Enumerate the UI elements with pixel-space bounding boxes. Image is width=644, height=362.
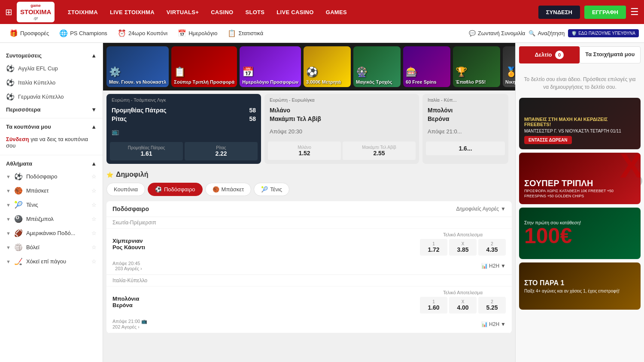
betslip-tab-my-bets[interactable]: Τα Στοιχήματά μου bbox=[580, 46, 641, 63]
markets-link-2[interactable]: 202 Αγορές › bbox=[112, 324, 147, 329]
banner-ps5[interactable]: 🏆 Έπαθλο PS5! bbox=[453, 46, 500, 87]
sport-block-football: Ποδόσφαιρο Δημοφιλείς Αγορές ▼ Σκωτία-Πρ… bbox=[106, 201, 512, 333]
coupons-header[interactable]: Τα κουπόνια μου ▲ bbox=[0, 121, 103, 133]
tab-basketball[interactable]: 🏀 Μπάσκετ bbox=[205, 183, 252, 196]
promo-card-1[interactable]: ΜΠΑΙΝΕΙΣ ΣΤΗ ΜΑΧΗ ΚΑΙ ΚΕΡΔΙΖΕΙΣ FREEBETS… bbox=[519, 98, 641, 149]
banner-magic-wheel[interactable]: 🎡 Μαγικός Τροχός bbox=[353, 46, 401, 87]
hamburger-icon[interactable]: ☰ bbox=[630, 6, 639, 18]
volleyball-star[interactable]: ☆ bbox=[91, 244, 97, 250]
search-button[interactable]: 🔍 Αναζήτηση bbox=[529, 30, 565, 36]
live-chat-label: Ζωντανή Συνομιλία bbox=[478, 30, 526, 36]
markets-link-1[interactable]: 203 Αγορές › bbox=[112, 266, 142, 271]
sports-header[interactable]: Αθλήματα ▲ bbox=[0, 158, 103, 169]
shortcuts-header[interactable]: Συντομεύσεις ▲ bbox=[0, 50, 103, 61]
tab-football[interactable]: ⚽ Ποδόσφαιρο bbox=[148, 183, 203, 196]
football-star[interactable]: ☆ bbox=[91, 173, 97, 180]
banner-ps-champions[interactable]: ⚙️ Μαν. Γιουν. vs Νιούκαστλ bbox=[106, 46, 169, 87]
nav-games[interactable]: GAMES bbox=[322, 6, 351, 18]
match-team2-1: Ρος Κάουντι bbox=[112, 244, 416, 250]
nav-virtuals[interactable]: VIRTUALS+ bbox=[162, 6, 203, 18]
login-button[interactable]: ΣΥΝΔΕΣΗ bbox=[538, 6, 580, 19]
logo[interactable]: game STOIXIMA .gr bbox=[17, 2, 55, 22]
responsible-icon: 🛡️ bbox=[571, 31, 577, 36]
nav-statistics[interactable]: 📋 Στατιστικά bbox=[223, 27, 267, 40]
coupons-login-link[interactable]: Σύνδεση bbox=[6, 136, 29, 142]
sidebar-item-italy-cup[interactable]: ⚽ Ιταλία Κύπελλο bbox=[0, 75, 103, 90]
nav-slots[interactable]: SLOTS bbox=[241, 6, 269, 18]
match2-odd2[interactable]: Μακάμπι Τελ Αβίβ 2.55 bbox=[343, 142, 416, 160]
banner-cash[interactable]: ⚽ 3.000€ Μετρητά bbox=[304, 46, 351, 87]
odd-2-2[interactable]: 2 5.25 bbox=[478, 297, 506, 314]
league-row-italy: Ιταλία-Κύπελλο bbox=[106, 275, 512, 287]
odd-x-2[interactable]: X 4.00 bbox=[449, 297, 477, 314]
h2h-button-1[interactable]: 📊 H2H ▼ bbox=[481, 263, 506, 269]
match2-odd2-label: Μακάμπι Τελ Αβίβ bbox=[345, 145, 413, 150]
featured-matches: Ευρώπη - Τσάμπιονς Λιγκ Προμηθέας Πάτρας… bbox=[103, 90, 515, 167]
baseball-star[interactable]: ☆ bbox=[91, 216, 97, 222]
live-chat-button[interactable]: 💬 Ζωντανή Συνομιλία bbox=[469, 30, 526, 36]
tab-tennis[interactable]: 🎾 Τένις bbox=[254, 183, 289, 196]
nav-stoixima[interactable]: ΣΤΟΙΧΗΜΑ bbox=[64, 6, 102, 18]
popular-markets-button[interactable]: Δημοφιλείς Αγορές ▼ bbox=[456, 206, 506, 212]
banner-calendar[interactable]: 📅 Ημερολόγιο Προσφορών bbox=[240, 46, 301, 87]
odd-1-1-label: 1 bbox=[424, 241, 443, 246]
promo-card-4[interactable]: ΣΤΟ ΠΑΡΑ 1 Παίξε 4+ αγώνες και αν χάσεις… bbox=[519, 262, 641, 310]
basketball-icon: 🏀 bbox=[14, 187, 23, 195]
sidebar-sport-baseball[interactable]: ▼ 🎱 Μπέιζμπολ ☆ bbox=[0, 212, 103, 226]
odd-2-1[interactable]: 2 4.35 bbox=[478, 239, 506, 256]
odd-1-1[interactable]: 1 1.72 bbox=[420, 239, 447, 256]
statistics-icon: 📋 bbox=[228, 29, 236, 37]
sidebar-sport-football[interactable]: ▼ ⚽ Ποδόσφαιρο ☆ bbox=[0, 169, 103, 184]
sidebar-sport-tennis[interactable]: ▼ 🎾 Τένις ☆ bbox=[0, 198, 103, 212]
match2-odd1-val: 1.52 bbox=[298, 150, 310, 157]
grid-icon[interactable]: ⊞ bbox=[5, 7, 12, 17]
sidebar-sport-american-football[interactable]: ▼ 🏈 Αμερικάνικο Ποδό... ☆ bbox=[0, 226, 103, 240]
nav-promotions[interactable]: 🎁 Προσφορές bbox=[5, 27, 53, 40]
basketball-label: Μπάσκετ bbox=[26, 187, 49, 194]
match1-score2: 58 bbox=[249, 115, 256, 122]
tab-coupons[interactable]: Κουπόνια bbox=[106, 183, 145, 196]
tv-icon-2: 📺 bbox=[141, 319, 147, 324]
tennis-star[interactable]: ☆ bbox=[91, 202, 97, 208]
england-efl-icon: ⚽ bbox=[6, 64, 15, 72]
nav-calendar[interactable]: 📅 Ημερολόγιο bbox=[173, 27, 222, 40]
more-header[interactable]: Περισσότερα ▼ bbox=[0, 104, 103, 115]
responsible-gaming-badge[interactable]: 🛡️ ΕΔΩ ΠΑΙΖΟΥΜΕ ΥΠΕΥΘΥΝΑ bbox=[568, 29, 639, 37]
basketball-star[interactable]: ☆ bbox=[91, 187, 97, 194]
h2h-button-2[interactable]: 📊 H2H ▼ bbox=[481, 321, 506, 327]
banner-super-triple[interactable]: 📋 Σούπερ Τριπλή Προσφορά bbox=[171, 46, 237, 87]
match1-odd1[interactable]: Προμηθέας Πάτρας 1.61 bbox=[110, 142, 183, 160]
nav-live-stoixima[interactable]: LIVE ΣΤΟΙΧΗΜΑ bbox=[106, 6, 159, 18]
tab-basketball-icon: 🏀 bbox=[213, 186, 219, 193]
match2-odd1[interactable]: Μιλάνο 1.52 bbox=[268, 142, 341, 160]
ps-champions-icon: 🌐 bbox=[59, 29, 68, 37]
match-team2-2: Βερόνα bbox=[112, 302, 416, 308]
promo1-button[interactable]: ΕΝΤΑΣΣΕ ΔΩΡΕΑΝ bbox=[524, 136, 572, 144]
promo-card-3[interactable]: Στην πρώτη σου κατάθεση! 100€ bbox=[519, 208, 641, 259]
nav-live-casino[interactable]: LIVE CASINO bbox=[272, 6, 318, 18]
match3-odd1[interactable]: 1.6... bbox=[426, 142, 505, 155]
sidebar-sport-volleyball[interactable]: ▼ 🏐 Βόλεϊ ☆ bbox=[0, 240, 103, 254]
odd-x-1[interactable]: X 3.85 bbox=[449, 239, 477, 256]
hockey-star[interactable]: ☆ bbox=[91, 258, 97, 265]
italy-cup-icon: ⚽ bbox=[6, 78, 15, 87]
nav-casino[interactable]: CASINO bbox=[207, 6, 237, 18]
sidebar-sport-hockey[interactable]: ▼ 🏒 Χόκεϊ επί πάγου ☆ bbox=[0, 254, 103, 268]
promotions-label: Προσφορές bbox=[20, 30, 49, 36]
banner-winner[interactable]: 🏅 Νικητής Εβδομάδας bbox=[503, 46, 515, 87]
banner-free-spins[interactable]: 🎰 60 Free Spins bbox=[403, 46, 450, 87]
register-button[interactable]: ΕΓΓΡΑΦΗ bbox=[584, 6, 626, 19]
sidebar-item-germany-cup[interactable]: ⚽ Γερμανία Κύπελλο bbox=[0, 90, 103, 104]
sidebar-item-england-efl[interactable]: ⚽ Αγγλία EFL Cup bbox=[0, 61, 103, 75]
odd-1-2[interactable]: 1 1.60 bbox=[420, 297, 447, 314]
nav-ps-champions[interactable]: 🌐 PS Champions bbox=[55, 27, 112, 40]
sidebar-sport-basketball[interactable]: ▼ 🏀 Μπάσκετ ☆ bbox=[0, 184, 103, 198]
betslip-tab-active[interactable]: Δελτίο 0 bbox=[519, 46, 580, 63]
search-label: Αναζήτηση bbox=[538, 30, 565, 36]
volleyball-chevron: ▼ bbox=[6, 245, 11, 250]
am-football-star[interactable]: ☆ bbox=[91, 230, 97, 236]
match1-odd2[interactable]: Ρίτας 2.22 bbox=[185, 142, 258, 160]
promo-card-2[interactable]: ΣΟΥΠΕΡ ΤΡΙΠΛΗ ΠΡΟΣΦΟΡΑ ΧΩΡΙΣ ΚΑΤΑΘΕΣΗ 10… bbox=[519, 153, 641, 204]
nav-24-coupon[interactable]: ⏰ 24ωρο Κουπόνι bbox=[113, 27, 172, 40]
shortcuts-section: Συντομεύσεις ▲ ⚽ Αγγλία EFL Cup ⚽ Ιταλία… bbox=[0, 47, 103, 118]
